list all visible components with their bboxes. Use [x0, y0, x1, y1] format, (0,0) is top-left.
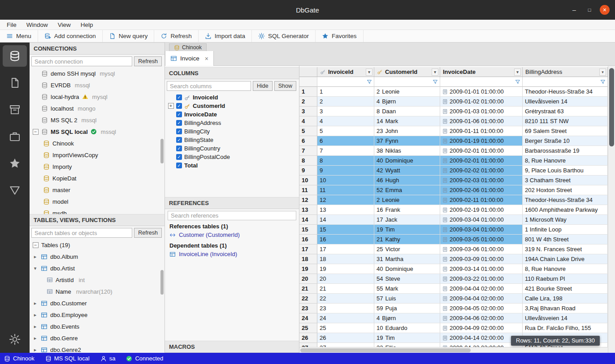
connection-item-ms-sql-local[interactable]: −MS SQL localmssql	[30, 126, 165, 137]
cell-customerid[interactable]: 4Bjørn	[374, 313, 440, 323]
search-references-input[interactable]	[168, 211, 296, 220]
cell-invoicedate[interactable]: 2009-01-19 01:00:00	[440, 136, 523, 146]
cell-billingaddress[interactable]: 801 W 4th Street	[523, 235, 608, 244]
row-number-cell[interactable]: 24	[299, 313, 317, 323]
cell-billingaddress[interactable]: 9, Place Louis Barthou	[523, 166, 608, 176]
cell-invoiceid[interactable]: 13	[317, 205, 374, 215]
column-checkbox-row-billingcountry[interactable]: ✓BillingCountry	[165, 144, 299, 153]
database-tab-chinook[interactable]: Chinook	[169, 43, 207, 51]
cell-invoicedate[interactable]: 2009-02-01 01:00:00	[440, 146, 523, 156]
table-item-dbo-customer[interactable]: ▸dbo.Customer	[30, 297, 165, 309]
tables-refresh-button[interactable]: Refresh	[134, 228, 162, 238]
filter-input-billingaddress[interactable]	[524, 79, 599, 85]
rail-item-files[interactable]	[3, 72, 27, 94]
cell-invoicedate[interactable]: 2009-02-03 01:00:00	[440, 176, 523, 185]
row-number-cell[interactable]: 7	[299, 146, 317, 156]
cell-invoiceid[interactable]: 10	[317, 176, 374, 185]
reference-link-invoiceline-invoiceid[interactable]: InvoiceLine (InvoiceId)	[169, 251, 295, 257]
row-number-cell[interactable]: 22	[299, 294, 317, 304]
row-number-cell[interactable]: 8	[299, 156, 317, 166]
cell-invoicedate[interactable]: 2009-04-22 02:00:00	[440, 343, 523, 347]
cell-billingaddress[interactable]: 8, Rue Hanovre	[523, 264, 608, 274]
column-dropdown-icon[interactable]: ▾	[514, 69, 521, 76]
rail-item-connections[interactable]	[3, 45, 27, 67]
cell-invoiceid[interactable]: 25	[317, 323, 374, 333]
chevron-right-icon[interactable]: ▸	[32, 254, 38, 260]
cell-customerid[interactable]: 2Leonie	[374, 195, 440, 205]
connection-item-kopiedat[interactable]: KopieDat	[30, 172, 165, 184]
tab-invoice[interactable]: Invoice ×	[165, 51, 214, 66]
statusbar-item-connected[interactable]: Connected	[126, 355, 163, 362]
cell-customerid[interactable]: 8Daan	[374, 107, 440, 116]
toolbar-refresh[interactable]: Refresh	[154, 30, 198, 42]
row-number-cell[interactable]: 13	[299, 205, 317, 215]
cell-invoicedate[interactable]: 2009-03-04 01:00:00	[440, 225, 523, 235]
minus-expander-icon[interactable]: −	[33, 129, 39, 135]
toolbar-sql-generator[interactable]: SQL Generator	[252, 30, 316, 42]
row-number-cell[interactable]: 5	[299, 126, 317, 136]
cell-invoiceid[interactable]: 8	[317, 156, 374, 166]
row-number-cell[interactable]: 3	[299, 107, 317, 116]
rail-item-favorites[interactable]	[3, 153, 27, 174]
column-checkbox-row-invoiceid[interactable]: ✓InvoiceId	[165, 93, 299, 102]
cell-billingaddress[interactable]: Ullevålsveien 14	[523, 313, 608, 323]
connection-item-demo-ssh-mysql[interactable]: demo SSH mysqlmysql	[30, 68, 165, 79]
column-checkbox[interactable]: ✓	[176, 154, 182, 160]
cell-customerid[interactable]: 23John	[374, 126, 440, 136]
cell-invoiceid[interactable]: 4	[317, 116, 374, 126]
search-columns-input[interactable]	[167, 81, 251, 91]
filter-input-invoiceid[interactable]	[319, 79, 365, 85]
connection-item-ms-sql-2[interactable]: MS SQL 2mssql	[30, 114, 165, 126]
cell-customerid[interactable]: 46Hugh	[374, 176, 440, 185]
cell-invoiceid[interactable]: 6	[317, 136, 374, 146]
row-number-cell[interactable]: 23	[299, 304, 317, 313]
column-checkbox[interactable]: ✓	[176, 120, 182, 126]
cell-billingaddress[interactable]: 8210 111 ST NW	[523, 116, 608, 126]
cell-invoicedate[interactable]: 2009-04-04 02:00:00	[440, 294, 523, 304]
cell-invoicedate[interactable]: 2009-03-05 01:00:00	[440, 235, 523, 244]
cell-invoiceid[interactable]: 27	[317, 343, 374, 347]
cell-invoicedate[interactable]: 2009-03-09 01:00:00	[440, 254, 523, 264]
cell-invoicedate[interactable]: 2009-04-09 02:00:00	[440, 323, 523, 333]
statusbar-item-sa[interactable]: sa	[100, 355, 116, 362]
cell-customerid[interactable]: 33Ellie	[374, 343, 440, 347]
cell-invoiceid[interactable]: 17	[317, 244, 374, 254]
cell-invoicedate[interactable]: 2009-03-06 01:00:00	[440, 244, 523, 254]
column-header-invoicedate[interactable]: InvoiceDate▾	[440, 67, 523, 77]
table-item-dbo-album[interactable]: ▸dbo.Album	[30, 251, 165, 262]
cell-invoicedate[interactable]: 2009-01-03 01:00:00	[440, 107, 523, 116]
cell-invoicedate[interactable]: 2009-01-01 01:00:00	[440, 87, 523, 97]
column-checkbox[interactable]: ✓	[176, 94, 182, 100]
menu-view[interactable]: View	[53, 21, 76, 28]
column-dropdown-icon[interactable]: ▾	[432, 69, 438, 76]
row-number-cell[interactable]: 18	[299, 254, 317, 264]
row-number-cell[interactable]: 26	[299, 333, 317, 343]
filter-funnel-icon[interactable]	[367, 79, 372, 85]
cell-billingaddress[interactable]: 69 Salem Street	[523, 126, 608, 136]
toolbar-import-data[interactable]: Import data	[199, 30, 252, 42]
hide-column-button[interactable]: Hide	[253, 81, 273, 91]
row-number-cell[interactable]: 11	[299, 185, 317, 195]
cell-invoiceid[interactable]: 21	[317, 284, 374, 294]
table-item-dbo-genre[interactable]: ▸dbo.Genre	[30, 332, 165, 344]
statusbar-item-chinook[interactable]: Chinook	[4, 355, 35, 362]
cell-customerid[interactable]: 21Kathy	[374, 235, 440, 244]
horizontal-scroll-thumb[interactable]	[300, 348, 471, 352]
cell-billingaddress[interactable]: 3,Raj Bhavan Road	[523, 304, 608, 313]
cell-invoiceid[interactable]: 3	[317, 107, 374, 116]
cell-customerid[interactable]: 40Dominique	[374, 264, 440, 274]
cell-invoiceid[interactable]: 1	[317, 87, 374, 97]
cell-invoicedate[interactable]: 2009-03-04 01:00:00	[440, 215, 523, 225]
connections-refresh-button[interactable]: Refresh	[134, 56, 162, 66]
column-checkbox-row-billingaddress[interactable]: ✓BillingAddress	[165, 119, 299, 127]
cell-customerid[interactable]: 17Jack	[374, 215, 440, 225]
rail-item-query-designer[interactable]	[3, 180, 27, 201]
column-item-artistid[interactable]: ArtistIdint	[30, 274, 165, 286]
chevron-right-icon[interactable]: ▸	[32, 300, 38, 306]
cell-customerid[interactable]: 38Niklas	[374, 146, 440, 156]
column-checkbox[interactable]: ✓	[176, 111, 182, 117]
rail-item-plugins[interactable]	[3, 126, 27, 147]
connection-item-chinook[interactable]: Chinook	[30, 137, 165, 149]
cell-customerid[interactable]: 19Tim	[374, 225, 440, 235]
cell-invoicedate[interactable]: 2009-03-14 01:00:00	[440, 264, 523, 274]
